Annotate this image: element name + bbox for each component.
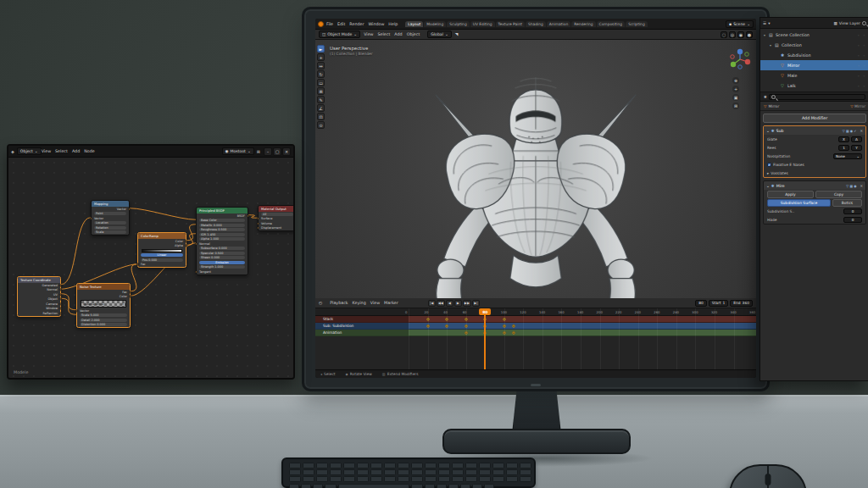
timeline-menu-keying[interactable]: Keying [353,301,366,305]
visibility-icons[interactable]: ◦ ◦ [858,53,866,58]
node-link-wire[interactable] [61,294,76,310]
filter-icon[interactable]: ▾ [768,21,770,25]
modifier-display-toggles[interactable]: ▽ ▦ ◉ ✓ [843,129,857,133]
node-link-wire[interactable] [130,208,196,220]
node-title[interactable]: ColorRamp [138,233,186,239]
output-socket[interactable] [185,240,187,242]
node-socket-row[interactable]: Reflection [18,311,60,316]
mode-selector[interactable]: ◫ Object Mode ⌄ [319,30,360,38]
tab-layout[interactable]: Layout [405,21,423,27]
visibility-icons[interactable]: ◦ ◦ [858,64,866,68]
timeline-editor-icon[interactable]: ◴ [319,301,322,305]
tab-shading[interactable]: Shading [526,21,546,27]
playhead-line[interactable] [484,308,486,369]
wireframe-shading-button[interactable]: ◌ [721,31,727,38]
outliner-row-collection[interactable]: ▾▤Collection◦ ◦ [760,40,868,50]
tab-rendering[interactable]: Rendering [571,21,595,27]
outliner-row-mirror[interactable]: ▽Mirror◦ ◦ [760,60,868,70]
input-socket[interactable] [257,227,259,230]
output-socket[interactable] [59,298,62,301]
gizmo-neg-x-axis[interactable] [731,55,735,59]
output-socket[interactable] [59,289,62,291]
node-title[interactable]: Material Output [259,206,295,212]
visibility-icons[interactable]: ◦ ◦ [858,84,866,88]
gizmo-x-axis[interactable] [745,59,750,64]
node-socket-row[interactable]: Distortion 0.000 [77,323,130,328]
tab-animation[interactable]: Animation [547,21,570,27]
orientation-selector[interactable]: Global ⌄ [427,30,452,38]
tab-modeling[interactable]: Modeling [424,21,446,27]
keyframe-diamond[interactable] [512,324,516,328]
solid-shading-button[interactable]: ◎ [729,31,736,38]
axis-y-button[interactable]: Y [851,145,862,151]
viewport-menu-select[interactable]: Select [378,32,391,36]
annotate-tool[interactable]: ✎ [317,96,325,103]
select-box-tool[interactable]: ► [317,45,325,53]
end-frame-field[interactable]: End 360 [730,300,753,307]
node-editor-window[interactable]: ◈ Object⌄ViewSelectAddNode ◉ Mostoot ⌄ ⊞… [7,144,295,380]
rendered-shading-button[interactable]: ● [746,31,753,38]
output-socket[interactable] [59,308,62,310]
node-texcoord[interactable]: Texture CoordinateGeneratedNormalUVObjec… [17,276,61,317]
node-socket-row[interactable]: Scale [92,230,129,236]
node-mapping[interactable]: MappingVectorPointVectorLocationRotation… [91,200,130,236]
menu-edit[interactable]: Edit [337,22,345,26]
output-socket[interactable] [128,208,131,210]
viewport-menu-object[interactable]: Object [407,32,420,36]
nav-gizmo[interactable] [727,47,753,72]
node-menu-view[interactable]: View [42,149,51,153]
close-icon[interactable]: ✕ [860,184,863,188]
timeline-channel-3[interactable]: Animation [315,330,756,336]
timeline-channel-1[interactable]: Stack [315,316,756,323]
visibility-icons[interactable]: ◦ ◦ [858,43,866,47]
collapse-arrow-icon[interactable]: ⌄ [766,129,770,133]
node-breadcrumb[interactable]: ◉ Mostoot ⌄ [222,147,254,155]
visibility-icons[interactable]: ◦ ◦ [858,33,866,37]
material-preview-button[interactable]: ◉ [737,31,744,38]
apply-button[interactable]: Apply [767,191,814,198]
node-noise[interactable]: Noise TextureFacColorGsdeme Nonlle✕Vecto… [76,283,131,328]
add-modifier-button[interactable]: Add Modifier [763,114,866,123]
keyframe-diamond[interactable] [503,324,507,328]
current-frame-field[interactable]: 80 [695,300,707,307]
tab-uv-editing[interactable]: UV Editing [470,21,495,27]
input-socket[interactable] [75,309,78,312]
close-icon[interactable]: ✕ [860,129,863,133]
scene-selector[interactable]: ▪ Scene ⌄ [726,20,754,28]
checkbox[interactable]: ✓ [767,163,771,167]
input-socket[interactable] [257,218,259,220]
timeline-ruler[interactable]: 0204060801001201401601802002202402602803… [315,308,756,316]
input-socket[interactable] [195,242,198,245]
output-socket[interactable] [129,291,131,293]
dopesheet-area[interactable] [315,336,756,369]
timeline-menu-playback[interactable]: Playback [330,301,348,305]
node-menu-select[interactable]: Select [55,149,68,153]
prev-keyframe-button[interactable]: ◀◀ [437,300,445,307]
pan-hand-icon[interactable]: + [732,86,739,92]
node-title[interactable]: Mapping [92,201,129,207]
keyframe-diamond[interactable] [464,317,468,321]
node-socket-row[interactable]: Tangent [197,269,248,274]
viewport-menu-add[interactable]: Add [394,32,402,36]
output-socket[interactable] [59,312,62,314]
keyframe-diamond[interactable] [445,317,449,321]
move-tool[interactable]: ↔ [317,62,325,69]
menu-render[interactable]: Render [349,22,364,26]
timeline-menu-view[interactable]: View [370,301,380,305]
menu-window[interactable]: Window [368,22,384,26]
modifier-display-toggles[interactable]: ▽ ▦ ◉ [846,184,856,188]
snapping-icon[interactable]: ⊞ [257,149,260,154]
camera-view-icon[interactable]: ▣ [732,94,739,101]
menu-help[interactable]: Help [388,22,398,26]
subdivision-surface-button[interactable]: Subdivision Surface [767,199,831,207]
play-reverse-button[interactable]: ◀ [446,300,453,307]
cursor-tool[interactable]: + [317,53,325,61]
keyframe-diamond[interactable] [503,330,507,335]
gizmo-neg-y-axis[interactable] [745,53,749,57]
knight-armor-model[interactable] [396,50,676,298]
node-editor-type-icon[interactable]: ◈ [11,149,14,154]
minimize-button[interactable]: – [264,147,272,156]
node-menu-node[interactable]: Node [84,149,95,153]
outliner-row-subdivision[interactable]: ✱Subdivision◦ ◦ [760,50,868,60]
botics-button[interactable]: Botics [832,199,862,207]
